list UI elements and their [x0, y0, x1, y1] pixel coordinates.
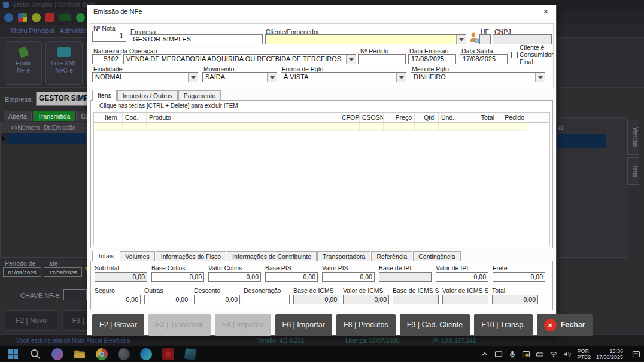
natureza-code-field[interactable]: 5102: [92, 54, 121, 64]
toolbar-icon-3[interactable]: [45, 13, 54, 22]
start-icon[interactable]: [7, 348, 19, 360]
screenshot-tool-icon[interactable]: [522, 350, 530, 358]
file-explorer-icon[interactable]: [74, 348, 86, 360]
desoneracao-field[interactable]: [244, 295, 290, 304]
empresa-field[interactable]: GESTOR SIMPLES: [130, 34, 263, 44]
tab-volumes[interactable]: Volumes: [120, 251, 154, 261]
desconto-field[interactable]: 0,00: [194, 295, 240, 304]
chrome-icon[interactable]: [96, 348, 108, 360]
chevron-down-icon[interactable]: [396, 73, 406, 82]
periodo-ate-field[interactable]: 17/08/2025: [44, 267, 82, 277]
natureza-combobox[interactable]: VENDA DE MERCADORIA ADQUIRIDA OU RECEBID…: [123, 54, 356, 64]
outras-field[interactable]: 0,00: [144, 295, 190, 304]
chevron-down-icon[interactable]: [346, 55, 356, 64]
base-cofins-field[interactable]: 0,00: [151, 272, 204, 282]
side-tab-itens[interactable]: Itens: [627, 157, 639, 185]
toolbar-icon-2[interactable]: [32, 13, 41, 22]
side-tab-vendas[interactable]: Vendas: [627, 120, 639, 155]
seguro-field[interactable]: 0,00: [95, 295, 141, 304]
tray-chevron-up-icon[interactable]: [481, 350, 489, 358]
total-field[interactable]: 0,00: [492, 295, 538, 304]
tab-itens[interactable]: Itens: [92, 90, 117, 101]
base-icms-st-field[interactable]: [393, 295, 439, 304]
tab-totais[interactable]: Totais: [92, 251, 119, 261]
valor-icms-st-field[interactable]: [442, 295, 488, 304]
chevron-down-icon[interactable]: [456, 35, 466, 44]
base-icms-field[interactable]: 0,00: [293, 295, 339, 304]
forma-pgto-combobox[interactable]: À VISTA: [281, 72, 406, 82]
clock[interactable]: 15:36 17/08/2025: [596, 346, 623, 362]
importar-button[interactable]: F6 | Importar: [275, 314, 332, 336]
cliente-combobox[interactable]: [265, 34, 466, 44]
device-icon[interactable]: [536, 350, 544, 358]
chevron-down-icon[interactable]: [267, 73, 277, 82]
whatsapp-icon[interactable]: [76, 13, 85, 22]
gravar-button[interactable]: F2 | Gravar: [92, 314, 144, 336]
finalidade-combobox[interactable]: NORMAL: [92, 72, 198, 82]
tab-transmitida[interactable]: Transmitida: [33, 111, 75, 121]
volume-icon[interactable]: [563, 350, 572, 358]
copilot-icon[interactable]: [51, 348, 63, 360]
novo-button[interactable]: F2 | Novo: [5, 310, 57, 331]
flag-icon[interactable]: [59, 14, 71, 21]
client-lookup-person-icon[interactable]: [469, 32, 479, 44]
chevron-down-icon[interactable]: [188, 73, 198, 82]
toolbar-icon-1[interactable]: [4, 13, 13, 22]
meio-pgto-combobox[interactable]: DINHEIRO: [411, 72, 545, 82]
chave-nfe-input[interactable]: [63, 289, 87, 300]
app-icon-2[interactable]: [162, 348, 174, 360]
cad-cliente-button[interactable]: F9 | Cad. Cliente: [400, 314, 470, 336]
valor-icms-field[interactable]: 0,00: [343, 295, 389, 304]
saida-field[interactable]: 17/08/2025: [460, 54, 508, 64]
transp-button[interactable]: F10 | Transp.: [474, 314, 532, 336]
edge-icon[interactable]: [140, 348, 152, 360]
close-icon[interactable]: ×: [540, 6, 551, 17]
chevron-down-icon[interactable]: [535, 73, 545, 82]
consumidor-final-checkbox[interactable]: [511, 52, 518, 58]
valor-ipi-field[interactable]: 0,00: [436, 272, 488, 282]
emitir-nfe-button[interactable]: Emitir NF-e: [5, 41, 42, 85]
bg-selected-row-fragment[interactable]: [557, 134, 606, 148]
cast-display-icon[interactable]: [494, 350, 503, 358]
lote-xml-button[interactable]: Lote XML NFC-e: [45, 41, 83, 85]
valor-pis-field[interactable]: 0,00: [322, 272, 375, 282]
bg-notes-grid[interactable]: >>Número Dt.Emissão: [0, 122, 87, 258]
wifi-icon[interactable]: [549, 350, 558, 358]
language-indicator[interactable]: POR PTB2: [577, 346, 591, 362]
produtos-button[interactable]: F8 | Produtos: [336, 314, 396, 336]
tab-referencia[interactable]: Referência: [371, 251, 412, 261]
status-license: Licença: 07/07/2030: [345, 337, 399, 344]
pedido-field[interactable]: [358, 54, 406, 64]
app-icon-1[interactable]: [118, 348, 130, 360]
subtotal-cell: SubTotal 0,00: [95, 264, 147, 282]
subtotal-field[interactable]: 0,00: [95, 272, 147, 282]
periodo-de-field[interactable]: 01/08/2025: [3, 267, 41, 277]
fechar-button[interactable]: × Fechar: [537, 314, 593, 336]
movimento-combobox[interactable]: SAÍDA: [202, 72, 277, 82]
items-grid[interactable]: Item Cod. Produto CFOP CSOSN Preço Qtd. …: [93, 112, 550, 245]
frete-field[interactable]: 0,00: [493, 272, 545, 282]
finalidade-value: NORMAL: [95, 73, 187, 80]
search-icon[interactable]: [29, 348, 41, 360]
valor-cofins-field[interactable]: 0,00: [208, 272, 261, 282]
bg-selected-row[interactable]: [7, 133, 86, 144]
uf-field[interactable]: [479, 34, 491, 44]
tab-impostos-outros[interactable]: Impostos / Outros: [117, 90, 178, 101]
base-ipi-field[interactable]: [379, 272, 432, 282]
cnpj-field[interactable]: [493, 34, 552, 44]
tab-informacoes-fisco[interactable]: Informações do Fisco: [156, 251, 226, 261]
tab-contingencia[interactable]: Contingência: [413, 251, 460, 261]
tab-aberta[interactable]: Aberta: [4, 111, 32, 121]
emissao-field[interactable]: 17/08/2025: [408, 54, 456, 64]
notifications-icon[interactable]: [632, 350, 640, 358]
menu-principal[interactable]: Menu Principal: [11, 27, 54, 34]
tab-pagamento[interactable]: Pagamento: [178, 90, 221, 101]
toolbar-grid-icon[interactable]: [18, 13, 27, 22]
tab-transportadora[interactable]: Transportadora: [317, 251, 370, 261]
tab-informacoes-contribuinte[interactable]: Informações de Contribuinte: [227, 251, 317, 261]
app-icon-3[interactable]: [184, 348, 196, 360]
nnota-field[interactable]: 1: [92, 31, 126, 42]
microphone-icon[interactable]: [508, 350, 517, 358]
new-item-row[interactable]: [94, 123, 527, 131]
base-pis-field[interactable]: 0,00: [265, 272, 318, 282]
